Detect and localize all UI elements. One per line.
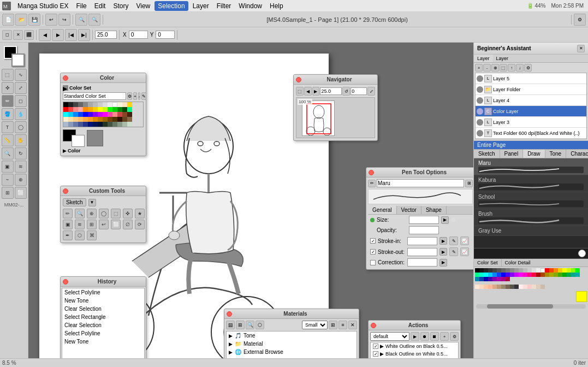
pen-style-brush[interactable]: Brush [474,209,588,226]
menu-help[interactable]: Help [266,1,287,11]
shape-tool[interactable]: ◯ [15,121,27,133]
fill-tool[interactable]: 🪣 [2,108,14,120]
ct-btn-4[interactable]: ◯ [99,209,109,218]
ct-btn-7[interactable]: ★ [135,209,145,218]
nav-zoom-input[interactable] [320,87,342,95]
nav-preview[interactable]: 100 % [296,97,375,138]
action-item-1[interactable]: ▶White Outline on Black 0.5... [371,342,458,350]
pen-options-header[interactable]: Pen Tool Options [366,168,473,177]
tab-panel[interactable]: Panel [500,150,524,158]
menu-window[interactable]: Window [235,1,265,11]
ct-btn-8[interactable]: ▣ [63,220,73,229]
sketch-expand-btn[interactable]: ▼ [88,199,96,206]
color-panel-header[interactable]: Color [61,73,146,83]
actions-settings-btn[interactable]: ⚙ [450,332,459,341]
ct-btn-16[interactable]: ⬡ [75,230,85,240]
bucket-tool[interactable]: ▣ [2,161,14,173]
text-tool[interactable]: T [2,121,14,133]
blur-tool[interactable]: ≋ [15,161,27,173]
ct-btn-17[interactable]: ⌘ [87,230,97,240]
tab-draw[interactable]: Draw [523,150,545,158]
layer-text-eye[interactable] [477,130,483,137]
actions-stop-btn[interactable]: ⏹ [430,332,439,341]
layer-5-eye[interactable] [477,75,483,82]
menu-app[interactable]: Manga Studio EX [14,1,72,11]
history-item-4[interactable]: Select Rectangle [62,313,144,321]
pen-settings-btn[interactable]: ⊞ [465,180,473,187]
pen-options-close[interactable] [369,170,374,175]
ct-btn-5[interactable]: ⬚ [111,209,121,218]
pen-style-maru[interactable]: Maru [474,158,588,175]
stroke-out-check[interactable] [370,249,376,254]
frame-tool[interactable]: ⬜ [15,187,27,199]
menu-view[interactable]: View [133,1,153,11]
layer-tab-1[interactable]: Layer [474,55,493,62]
mat-btn-3[interactable]: 🔍 [246,321,254,329]
assistant-close-btn[interactable]: ✕ [577,45,585,52]
actions-play-btn[interactable]: ▶ [411,332,419,341]
color-set-add-btn[interactable]: + [133,92,137,100]
ct-btn-14[interactable]: ⟳ [135,220,145,229]
stroke-in-value[interactable]: 5.00 mm [407,237,437,245]
mat-btn-2[interactable]: ⊞ [236,321,245,329]
tab-tone[interactable]: Tone [545,150,567,158]
correction-value[interactable]: 5.0 [407,258,437,267]
menu-story[interactable]: Story [110,1,132,11]
layer-tab-2[interactable]: Layer [493,55,512,62]
layer-row-text[interactable]: T Text Folder 600 dpi(Black And White (.… [476,128,586,139]
layer-duplicate-btn[interactable]: ⬚ [500,64,507,72]
actions-list[interactable]: ▶White Outline on Black 0.5... ▶Black Ou… [370,342,459,358]
nav-btn-2[interactable]: ◀ [304,87,312,96]
ct-btn-15[interactable]: ✒ [63,230,73,240]
size-arrow[interactable]: ▶ [441,216,449,224]
actions-preset-select[interactable]: default [370,332,409,341]
layer-row-5[interactable]: L Layer 5 [476,73,586,84]
deselect-btn[interactable]: ✕ [13,30,23,40]
nav-btn-1[interactable]: ⬚ [296,87,304,96]
mat-view-btn-2[interactable]: ≡ [338,321,347,329]
redo-btn[interactable]: ↪ [58,14,70,26]
mat-close-btn[interactable]: ✕ [348,321,357,329]
stroke-out-value[interactable]: 5.00 mm [407,248,437,256]
pen-name-input[interactable] [377,179,464,187]
tab-vector[interactable]: Vector [397,206,421,214]
history-item-7[interactable]: New Tone [62,338,144,346]
layer-up-btn[interactable]: ↑ [508,64,515,72]
navigator-close[interactable] [296,77,301,82]
tab-shape[interactable]: Shape [421,206,447,214]
rotate-tool[interactable]: ↻ [15,147,27,159]
ct-btn-2[interactable]: 🔍 [75,209,85,218]
menu-selection[interactable]: Selection [155,1,188,11]
stroke-in-graph-btn[interactable]: 📈 [460,236,469,245]
entire-page-indicator[interactable]: Entire Page [474,141,588,150]
stroke-out-arrow[interactable]: ▶ [439,248,447,256]
eyedrop-tool[interactable]: 💧 [15,108,27,120]
actions-add-btn[interactable]: + [440,332,449,341]
zoom-out-btn[interactable]: 🔍 [88,14,100,26]
ct-btn-3[interactable]: ⊕ [87,209,97,218]
history-item-3[interactable]: Clear Selection [62,305,144,313]
layer-merge-btn[interactable]: ⊕ [491,64,499,72]
save-btn[interactable]: 💾 [28,14,40,26]
stroke-in-edit-btn[interactable]: ✎ [449,236,458,245]
color-set-edit-btn[interactable]: ✎ [141,92,146,100]
ct-btn-9[interactable]: ≋ [75,220,85,229]
yellow-swatch[interactable] [576,291,587,302]
color-expand-btn[interactable]: ▶ [63,148,67,153]
color-set-input[interactable] [63,92,126,100]
action-check-1[interactable] [373,344,378,349]
menu-edit[interactable]: Edit [91,1,109,11]
ct-btn-6[interactable]: ✜ [123,209,133,218]
hand-tool[interactable]: ✋ [15,134,27,146]
actions-header[interactable]: Actions [369,321,460,330]
marquee-tool[interactable]: ⬚ [2,69,14,81]
layer-row-4[interactable]: L Layer 4 [476,95,586,106]
tab-character[interactable]: Character [566,150,588,158]
lasso-tool[interactable]: ∿ [15,69,27,81]
ct-btn-13[interactable]: ∅ [123,220,133,229]
layer-add-btn[interactable]: + [475,64,483,72]
mat-btn-4[interactable]: ⬡ [256,321,264,329]
mat-item-3[interactable]: ▶🌐External Browse [227,348,357,356]
menu-file[interactable]: File [73,1,90,11]
action-item-3[interactable]: ▶Round-cornered square Sc... [371,358,458,358]
